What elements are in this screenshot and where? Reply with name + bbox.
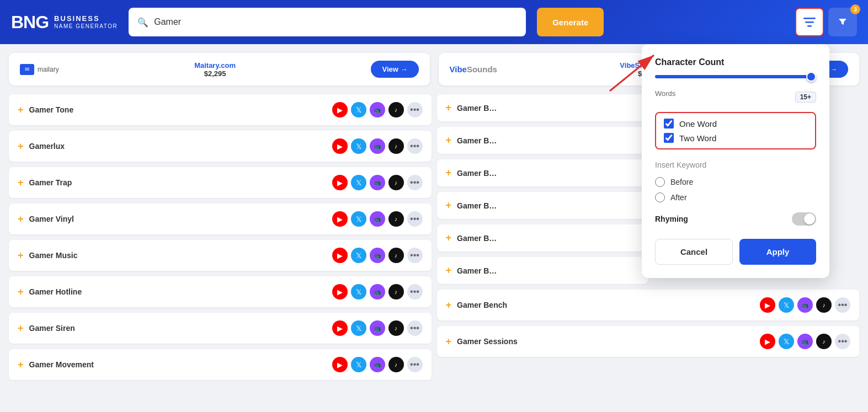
social-icons: ▶ 𝕏 📺 ♪ ••• <box>332 102 423 117</box>
add-icon[interactable]: + <box>446 200 452 211</box>
twitter-icon[interactable]: 𝕏 <box>779 297 794 313</box>
word-count-checkbox-group: One Word Two Word <box>655 112 816 149</box>
add-icon[interactable]: + <box>18 104 24 116</box>
twitter-icon[interactable]: 𝕏 <box>351 138 366 154</box>
slider-thumb[interactable] <box>806 72 816 82</box>
tiktok-icon[interactable]: ♪ <box>388 320 404 336</box>
twitter-icon[interactable]: 𝕏 <box>351 211 366 227</box>
twitter-icon[interactable]: 𝕏 <box>351 320 366 336</box>
one-word-checkbox[interactable] <box>664 119 674 129</box>
more-icon[interactable]: ••• <box>835 297 850 313</box>
youtube-icon[interactable]: ▶ <box>332 284 348 299</box>
twitch-icon[interactable]: 📺 <box>370 248 385 263</box>
twitch-icon[interactable]: 📺 <box>370 102 385 117</box>
add-icon[interactable]: + <box>18 141 24 152</box>
tiktok-icon[interactable]: ♪ <box>388 248 404 263</box>
add-icon[interactable]: + <box>446 102 452 114</box>
tiktok-icon[interactable]: ♪ <box>816 297 832 313</box>
one-word-checkbox-item[interactable]: One Word <box>664 119 807 129</box>
mailary-logo: ✉ mailary <box>20 64 59 75</box>
more-icon[interactable]: ••• <box>407 248 423 263</box>
add-icon[interactable]: + <box>446 167 452 179</box>
tiktok-icon[interactable]: ♪ <box>388 357 404 372</box>
add-icon[interactable]: + <box>18 177 24 189</box>
more-icon[interactable]: ••• <box>407 284 423 299</box>
search-input[interactable] <box>154 17 517 27</box>
logo-namegen-text: NAME GENERATOR <box>54 23 118 29</box>
after-radio-item[interactable]: After <box>655 192 816 202</box>
youtube-icon[interactable]: ▶ <box>332 211 348 227</box>
more-icon[interactable]: ••• <box>407 175 423 190</box>
mailary-view-button[interactable]: View → <box>371 61 418 78</box>
search-icon: 🔍 <box>137 17 148 28</box>
twitter-icon[interactable]: 𝕏 <box>351 357 366 372</box>
tiktok-icon[interactable]: ♪ <box>388 175 404 190</box>
more-icon[interactable]: ••• <box>407 138 423 154</box>
twitch-icon[interactable]: 📺 <box>797 334 813 349</box>
name-label: Gamer Movement <box>29 360 327 369</box>
add-icon[interactable]: + <box>446 232 452 244</box>
name-label: Gamerlux <box>29 142 327 151</box>
twitter-icon[interactable]: 𝕏 <box>351 175 366 190</box>
add-icon[interactable]: + <box>446 265 452 276</box>
two-word-checkbox-item[interactable]: Two Word <box>664 133 807 143</box>
more-icon[interactable]: ••• <box>407 211 423 227</box>
twitch-icon[interactable]: 📺 <box>370 211 385 227</box>
twitter-icon[interactable]: 𝕏 <box>351 284 366 299</box>
youtube-icon[interactable]: ▶ <box>332 138 348 154</box>
social-icons: ▶ 𝕏 📺 ♪ ••• <box>332 248 423 263</box>
twitch-icon[interactable]: 📺 <box>370 357 385 372</box>
twitch-icon[interactable]: 📺 <box>370 320 385 336</box>
twitter-icon[interactable]: 𝕏 <box>351 248 366 263</box>
youtube-icon[interactable]: ▶ <box>332 357 348 372</box>
before-radio[interactable] <box>655 177 665 187</box>
add-icon[interactable]: + <box>18 213 24 225</box>
list-item: + Gamer B… <box>437 94 648 121</box>
list-item: + Gamerlux ▶ 𝕏 📺 ♪ ••• <box>9 131 432 162</box>
add-icon[interactable]: + <box>18 250 24 261</box>
tiktok-icon[interactable]: ♪ <box>388 284 404 299</box>
filter-button[interactable]: 3 <box>828 8 857 36</box>
cancel-button[interactable]: Cancel <box>655 239 733 265</box>
rhyming-toggle[interactable] <box>792 212 816 226</box>
before-radio-item[interactable]: Before <box>655 177 816 187</box>
settings-filter-button[interactable] <box>795 8 824 36</box>
youtube-icon[interactable]: ▶ <box>332 248 348 263</box>
more-icon[interactable]: ••• <box>407 102 423 117</box>
youtube-icon[interactable]: ▶ <box>760 297 775 313</box>
more-icon[interactable]: ••• <box>407 357 423 372</box>
add-icon[interactable]: + <box>18 286 24 298</box>
youtube-icon[interactable]: ▶ <box>332 175 348 190</box>
twitter-icon[interactable]: 𝕏 <box>779 334 794 349</box>
after-radio[interactable] <box>655 192 665 202</box>
tiktok-icon[interactable]: ♪ <box>388 102 404 117</box>
add-icon[interactable]: + <box>18 323 24 334</box>
twitch-icon[interactable]: 📺 <box>370 138 385 154</box>
twitch-icon[interactable]: 📺 <box>797 297 813 313</box>
youtube-icon[interactable]: ▶ <box>332 320 348 336</box>
two-word-checkbox[interactable] <box>664 133 674 143</box>
list-item: + Gamer B… <box>437 127 648 154</box>
youtube-icon[interactable]: ▶ <box>760 334 775 349</box>
generate-button[interactable]: Generate <box>537 8 604 36</box>
add-icon[interactable]: + <box>446 135 452 146</box>
social-icons: ▶ 𝕏 📺 ♪ ••• <box>332 357 423 372</box>
youtube-icon[interactable]: ▶ <box>332 102 348 117</box>
list-item: + Gamer Sessions ▶ 𝕏 📺 ♪ ••• <box>437 326 860 357</box>
tiktok-icon[interactable]: ♪ <box>388 211 404 227</box>
apply-button[interactable]: Apply <box>739 239 816 265</box>
character-count-slider[interactable]: 15+ <box>655 75 816 78</box>
main-area: ✉ mailary Maitary.com $2,295 View → Vibe… <box>0 44 868 412</box>
mailary-logo-text: mailary <box>38 66 59 73</box>
twitter-icon[interactable]: 𝕏 <box>351 102 366 117</box>
tiktok-icon[interactable]: ♪ <box>816 334 832 349</box>
add-icon[interactable]: + <box>446 299 452 311</box>
twitch-icon[interactable]: 📺 <box>370 284 385 299</box>
twitch-icon[interactable]: 📺 <box>370 175 385 190</box>
add-icon[interactable]: + <box>18 359 24 371</box>
more-icon[interactable]: ••• <box>407 320 423 336</box>
tiktok-icon[interactable]: ♪ <box>388 138 404 154</box>
name-label: Gamer Sessions <box>457 337 754 346</box>
add-icon[interactable]: + <box>446 336 452 347</box>
more-icon[interactable]: ••• <box>835 334 850 349</box>
